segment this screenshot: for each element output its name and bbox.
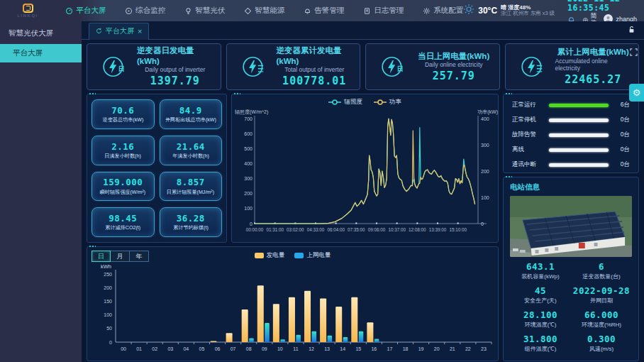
stat-value: 84.9 — [179, 105, 202, 116]
status-label: 正常停机 — [512, 116, 545, 124]
svg-text:09: 09 — [262, 346, 267, 351]
nav-item-label: 平台大屏 — [76, 6, 106, 16]
kpi-value: 22465.27 — [565, 73, 621, 87]
legend-label: 发电量 — [267, 251, 285, 260]
nav-item-日志管理[interactable]: 日志管理 — [363, 6, 404, 16]
station-stat: 643.1 装机容量(kWp) — [521, 261, 559, 281]
svg-text:12:08:00: 12:08:00 — [409, 227, 426, 232]
svg-text:05: 05 — [199, 346, 205, 351]
svg-text:600: 600 — [244, 131, 252, 136]
kpi-title: 逆变器累计发电量(kWh) — [277, 45, 353, 66]
station-stat-label: 风速(m/s) — [589, 346, 614, 353]
svg-text:00: 00 — [121, 346, 126, 351]
bolt-day-icon: 日 — [380, 54, 406, 79]
station-info-title: 电站信息 — [510, 182, 632, 192]
svg-text:0: 0 — [250, 221, 252, 226]
svg-text:500: 500 — [244, 146, 252, 151]
bar-chart-legend: 发电量 上网电量 — [91, 251, 494, 260]
station-stat-value: 2022-09-28 — [573, 285, 630, 297]
status-bar — [549, 119, 609, 122]
settings-fab[interactable]: ⚙ — [629, 84, 644, 102]
nav-item-智慧能源[interactable]: 智慧能源 — [244, 6, 284, 16]
svg-text:100: 100 — [244, 206, 252, 211]
nav-item-系统配置[interactable]: 系统配置 — [423, 6, 463, 16]
energy-icon — [244, 7, 252, 15]
svg-text:17: 17 — [387, 346, 393, 351]
svg-text:08: 08 — [246, 346, 252, 351]
nav-item-智慧光伏[interactable]: 智慧光伏 — [184, 6, 225, 16]
stat-label: 累计节约标煤(t) — [173, 225, 208, 231]
kpi-card: 累计上网电量(kWh) Accumulated online electrici… — [505, 43, 640, 90]
kpi-title: 当日上网电量(kWh) — [418, 51, 489, 61]
stat-tile: 98.45 累计减排CO2(t) — [91, 207, 155, 237]
tab-close-icon[interactable]: × — [138, 27, 142, 35]
station-stat-label: 装机容量(kWp) — [521, 273, 559, 281]
station-stat-value: 6 — [599, 261, 604, 273]
svg-text:03: 03 — [167, 346, 173, 351]
nav-item-label: 综合监控 — [135, 6, 165, 16]
gauge-icon — [65, 7, 73, 15]
station-stat: 28.100 环境温度(℃) — [523, 309, 557, 329]
nav-item-告警管理[interactable]: 告警管理 — [304, 6, 344, 16]
irradiance-power-chart: 辐照度(W/m^2)功率(kW)010020030040050060070001… — [233, 107, 496, 242]
legend-marker — [374, 99, 387, 105]
svg-text:22: 22 — [465, 346, 471, 351]
monitor-icon — [125, 7, 133, 15]
stat-label: 年满发小时数(h) — [172, 153, 209, 159]
nav-item-综合监控[interactable]: 综合监控 — [125, 6, 165, 16]
stat-tile: 70.6 逆变器总功率(kW) — [91, 99, 155, 129]
legend-marker — [328, 99, 341, 105]
fullscreen-icon[interactable] — [630, 46, 638, 59]
legend-item-上网电量[interactable]: 上网电量 — [294, 251, 331, 260]
station-stat-label: 安全生产(天) — [524, 297, 556, 305]
svg-text:02: 02 — [152, 346, 157, 351]
station-stat-value: 28.100 — [523, 309, 557, 322]
line-chart-legend: 辐照度 功率 — [233, 97, 496, 107]
status-label: 正常运行 — [512, 101, 545, 109]
station-stat: 31.800 组件温度(℃) — [523, 334, 557, 353]
period-switcher: 日月年 — [91, 251, 149, 262]
station-stat-value: 643.1 — [526, 261, 555, 273]
stat-tile: 8.857 日累计辐照量(MJ/m²) — [160, 172, 223, 202]
status-bar — [549, 104, 609, 107]
stat-label: 日满发小时数(h) — [105, 153, 141, 159]
svg-text:23: 23 — [481, 346, 487, 351]
station-photo — [510, 196, 632, 257]
svg-text:10: 10 — [277, 346, 283, 351]
svg-text:700: 700 — [244, 116, 252, 121]
svg-text:300: 300 — [481, 143, 489, 148]
period-button-月[interactable]: 月 — [111, 251, 130, 262]
lock-icon[interactable] — [628, 24, 635, 37]
svg-text:400: 400 — [244, 161, 252, 166]
stat-value: 98.45 — [109, 213, 137, 224]
legend-item-发电量[interactable]: 发电量 — [255, 251, 285, 260]
legend-swatch — [255, 253, 264, 258]
status-count: 0台 — [613, 116, 630, 124]
stat-tile: 84.9 并网柜出线总功率(kW) — [160, 99, 223, 129]
main-nav: 平台大屏综合监控智慧光伏智慧能源告警管理日志管理系统配置 — [65, 6, 463, 16]
station-stat-label: 环境温度(℃) — [525, 322, 557, 329]
nav-item-平台大屏[interactable]: 平台大屏 — [65, 6, 106, 16]
energy-bar-chart: kWh0501001502002500001020304050607080910… — [91, 263, 494, 359]
legend-item-辐照度[interactable]: 辐照度 — [328, 98, 362, 106]
station-stat-value: 66.000 — [584, 309, 618, 322]
svg-text:07: 07 — [231, 346, 236, 351]
period-button-年[interactable]: 年 — [130, 251, 149, 262]
svg-text:04: 04 — [183, 346, 189, 351]
datetime: 2022-11-12 16:35:45 — [567, 0, 637, 12]
bolt-total-icon — [241, 54, 267, 79]
stat-tile: 36.28 累计节约标煤(t) — [160, 207, 223, 237]
svg-text:13:39:00: 13:39:00 — [429, 227, 447, 232]
refresh-icon[interactable] — [96, 28, 102, 35]
station-stat-value: 0.300 — [587, 334, 616, 346]
sidebar-group-smart-pv[interactable]: 智慧光伏大屏 — [0, 21, 82, 44]
stat-value: 2.16 — [111, 141, 134, 153]
logo-icon — [23, 4, 33, 13]
status-bar — [549, 148, 609, 152]
period-button-日[interactable]: 日 — [91, 251, 111, 262]
legend-item-功率[interactable]: 功率 — [374, 98, 401, 106]
station-stat: 6 逆变器数量(台) — [582, 261, 620, 281]
svg-text:01: 01 — [136, 346, 142, 351]
sidebar-item-平台大屏[interactable]: 平台大屏 — [0, 44, 82, 62]
tab-platform-screen[interactable]: 平台大屏 × — [89, 23, 149, 40]
